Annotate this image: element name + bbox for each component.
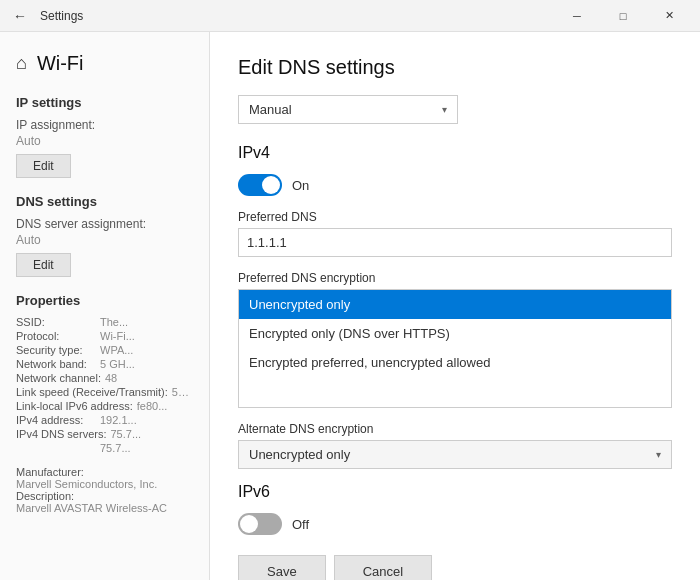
preferred-dns-label: Preferred DNS bbox=[238, 210, 672, 224]
ip-assignment-value: Auto bbox=[16, 134, 193, 148]
minimize-button[interactable]: ─ bbox=[554, 0, 600, 32]
mode-dropdown-selected: Manual bbox=[249, 102, 292, 117]
dns-edit-button[interactable]: Edit bbox=[16, 253, 71, 277]
prop-label-blank bbox=[16, 442, 96, 454]
dropdown-option-encrypted-preferred[interactable]: Encrypted preferred, unencrypted allowed bbox=[239, 348, 671, 377]
chevron-down-icon: ▾ bbox=[656, 449, 661, 460]
list-item: Link speed (Receive/Transmit): 585/... bbox=[16, 386, 193, 398]
ipv4-toggle[interactable] bbox=[238, 174, 282, 196]
manufacturer-label: Manufacturer: bbox=[16, 466, 193, 478]
window-controls: ─ □ ✕ bbox=[554, 0, 692, 32]
description-value: Marvell AVASTAR Wireless-AC bbox=[16, 502, 193, 514]
titlebar-title: Settings bbox=[40, 9, 83, 23]
dns-settings-title: DNS settings bbox=[16, 194, 193, 209]
description-label: Description: bbox=[16, 490, 193, 502]
mode-dropdown[interactable]: Manual ▾ bbox=[238, 95, 458, 124]
prop-label-protocol: Protocol: bbox=[16, 330, 96, 342]
list-item: Security type: WPA... bbox=[16, 344, 193, 356]
preferred-dns-input[interactable] bbox=[238, 228, 672, 257]
list-item: Network band: 5 GH... bbox=[16, 358, 193, 370]
back-button[interactable]: ← bbox=[8, 4, 32, 28]
properties-title: Properties bbox=[16, 293, 193, 308]
ipv6-toggle-label: Off bbox=[292, 517, 309, 532]
close-button[interactable]: ✕ bbox=[646, 0, 692, 32]
prop-label-band: Network band: bbox=[16, 358, 96, 370]
preferred-dns-encryption-dropdown[interactable]: Unencrypted only Encrypted only (DNS ove… bbox=[238, 289, 672, 408]
prop-value-ssid: The... bbox=[100, 316, 128, 328]
dropdown-option-encrypted-only[interactable]: Encrypted only (DNS over HTTPS) bbox=[239, 319, 671, 348]
prop-label-security: Security type: bbox=[16, 344, 96, 356]
list-item: Link-local IPv6 address: fe80... bbox=[16, 400, 193, 412]
properties-section: Properties SSID: The... Protocol: Wi-Fi.… bbox=[16, 293, 193, 454]
alternate-dns-encryption-dropdown[interactable]: Unencrypted only ▾ bbox=[238, 440, 672, 469]
prop-label-ipv4dns: IPv4 DNS servers: bbox=[16, 428, 106, 440]
preferred-dns-encryption-section: Preferred DNS encryption Unencrypted onl… bbox=[238, 271, 672, 408]
cancel-button[interactable]: Cancel bbox=[334, 555, 432, 580]
save-button[interactable]: Save bbox=[238, 555, 326, 580]
prop-value-ipv4addr: 192.1... bbox=[100, 414, 137, 426]
list-item: IPv4 address: 192.1... bbox=[16, 414, 193, 426]
prop-label-ssid: SSID: bbox=[16, 316, 96, 328]
prop-value-security: WPA... bbox=[100, 344, 133, 356]
prop-value-linkspeed: 585/... bbox=[172, 386, 193, 398]
right-panel: Edit DNS settings Manual ▾ IPv4 On Prefe… bbox=[210, 32, 700, 580]
preferred-dns-section: Preferred DNS bbox=[238, 210, 672, 257]
titlebar: ← Settings ─ □ ✕ bbox=[0, 0, 700, 32]
dns-assignment-value: Auto bbox=[16, 233, 193, 247]
manufacturer-section: Manufacturer: Marvell Semiconductors, In… bbox=[16, 466, 193, 514]
toggle-knob bbox=[240, 515, 258, 533]
ip-settings-title: IP settings bbox=[16, 95, 193, 110]
prop-value-band: 5 GH... bbox=[100, 358, 135, 370]
wifi-header: ⌂ Wi-Fi bbox=[16, 52, 193, 75]
action-buttons: Save Cancel bbox=[238, 555, 672, 580]
ip-edit-button[interactable]: Edit bbox=[16, 154, 71, 178]
list-item: Protocol: Wi-Fi... bbox=[16, 330, 193, 342]
main-container: ⌂ Wi-Fi IP settings IP assignment: Auto … bbox=[0, 32, 700, 580]
list-item: Network channel: 48 bbox=[16, 372, 193, 384]
ipv4-toggle-row: On bbox=[238, 174, 672, 196]
home-icon: ⌂ bbox=[16, 53, 27, 74]
ipv4-toggle-label: On bbox=[292, 178, 309, 193]
left-panel: ⌂ Wi-Fi IP settings IP assignment: Auto … bbox=[0, 32, 210, 580]
prop-value-ipv6local: fe80... bbox=[137, 400, 168, 412]
wifi-title: Wi-Fi bbox=[37, 52, 84, 75]
maximize-button[interactable]: □ bbox=[600, 0, 646, 32]
ipv4-header: IPv4 bbox=[238, 144, 672, 162]
prop-value-channel: 48 bbox=[105, 372, 117, 384]
prop-label-linkspeed: Link speed (Receive/Transmit): bbox=[16, 386, 168, 398]
prop-label-channel: Network channel: bbox=[16, 372, 101, 384]
panel-title: Edit DNS settings bbox=[238, 56, 672, 79]
dropdown-empty-space bbox=[239, 377, 671, 407]
prop-value-dns2: 75.7... bbox=[100, 442, 131, 454]
preferred-dns-encryption-label: Preferred DNS encryption bbox=[238, 271, 672, 285]
prop-label-ipv6local: Link-local IPv6 address: bbox=[16, 400, 133, 412]
list-item: 75.7... bbox=[16, 442, 193, 454]
dns-assignment-label: DNS server assignment: bbox=[16, 217, 193, 231]
prop-label-ipv4addr: IPv4 address: bbox=[16, 414, 96, 426]
prop-value-ipv4dns: 75.7... bbox=[110, 428, 141, 440]
prop-value-protocol: Wi-Fi... bbox=[100, 330, 135, 342]
toggle-knob bbox=[262, 176, 280, 194]
alternate-dns-encryption-selected: Unencrypted only bbox=[249, 447, 350, 462]
alternate-dns-encryption-section: Alternate DNS encryption Unencrypted onl… bbox=[238, 422, 672, 469]
ipv6-header: IPv6 bbox=[238, 483, 672, 501]
ip-assignment-label: IP assignment: bbox=[16, 118, 193, 132]
list-item: SSID: The... bbox=[16, 316, 193, 328]
list-item: IPv4 DNS servers: 75.7... bbox=[16, 428, 193, 440]
chevron-down-icon: ▾ bbox=[442, 104, 447, 115]
alternate-dns-encryption-label: Alternate DNS encryption bbox=[238, 422, 672, 436]
ipv6-toggle-row: Off bbox=[238, 513, 672, 535]
preferred-dns-encryption-selected[interactable]: Unencrypted only bbox=[239, 290, 671, 319]
ipv6-toggle[interactable] bbox=[238, 513, 282, 535]
manufacturer-value: Marvell Semiconductors, Inc. bbox=[16, 478, 193, 490]
